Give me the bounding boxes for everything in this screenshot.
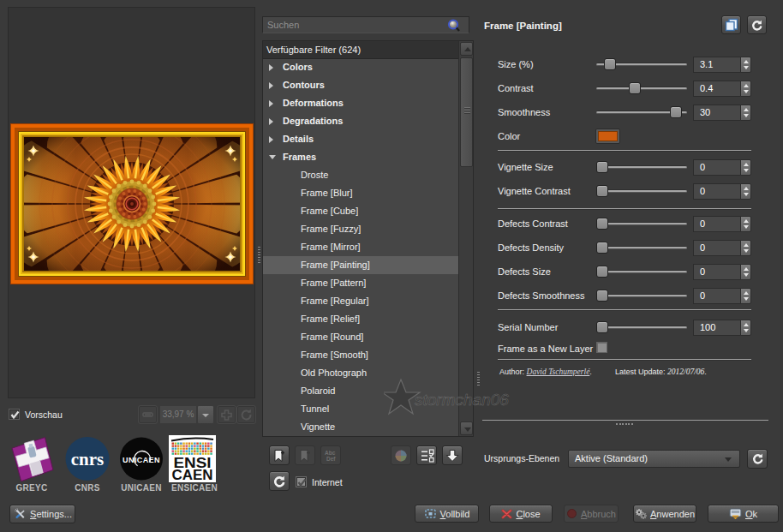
svg-text:UNICAEN: UNICAEN [123, 456, 160, 464]
svg-text:Abc: Abc [325, 450, 336, 456]
svg-text:cnrs: cnrs [71, 449, 105, 469]
svg-text:CAEN: CAEN [172, 468, 213, 482]
svg-text:Def: Def [326, 456, 336, 462]
